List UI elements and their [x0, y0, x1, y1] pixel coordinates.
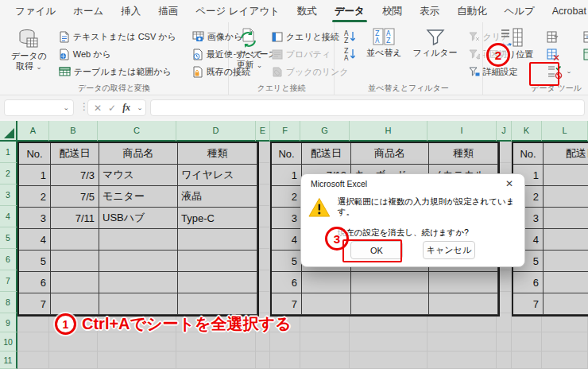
cell[interactable] [178, 229, 257, 251]
cell[interactable]: 2 [19, 186, 51, 208]
column-header-D[interactable]: D [176, 121, 256, 142]
tab-Acrobat[interactable]: Acrobat [544, 0, 588, 22]
sort-button[interactable]: ZA AZ 並べ替え [363, 26, 405, 81]
cell[interactable]: 4 [19, 229, 51, 251]
cell[interactable] [429, 272, 498, 293]
column-header-L[interactable]: L [542, 121, 588, 142]
remove-duplicates-button[interactable] [544, 45, 574, 63]
column-header-B[interactable]: B [49, 121, 98, 142]
column-header-F[interactable]: F [270, 121, 300, 142]
from-table-range-button[interactable]: テーブルまたは範囲から [56, 63, 179, 80]
row-header-2[interactable]: 2 [0, 163, 17, 184]
what-if-analysis-button[interactable] [581, 45, 588, 63]
cell[interactable]: 6 [272, 272, 302, 293]
row-header-10[interactable]: 10 [0, 332, 17, 352]
cell[interactable]: 7/11 [51, 208, 99, 229]
cell[interactable]: 7/31 [544, 208, 588, 229]
cell[interactable]: マウス [99, 165, 178, 186]
close-icon[interactable]: ✕ [502, 178, 516, 189]
cell[interactable] [51, 272, 99, 293]
cell[interactable] [178, 272, 257, 293]
from-web-button[interactable]: Web から [56, 45, 179, 63]
tab-データ[interactable]: データ [326, 0, 373, 22]
flash-fill-button[interactable] [544, 28, 574, 45]
column-header-G[interactable]: G [300, 121, 350, 142]
cancel-entry-icon[interactable]: ✕ [94, 103, 102, 114]
cell[interactable]: 6 [19, 272, 51, 293]
cell[interactable]: モニター [99, 186, 178, 208]
row-header-5[interactable]: 5 [0, 227, 17, 249]
cell[interactable]: 2 [272, 186, 302, 208]
table-header-cell[interactable]: 配送日 [302, 143, 351, 165]
refresh-all-button[interactable]: すべて 更新 ⌄ [233, 26, 266, 81]
column-header-K[interactable]: K [512, 121, 542, 142]
formula-input[interactable] [150, 99, 585, 116]
consolidate-button[interactable] [581, 28, 588, 45]
sort-descending-button[interactable]: ZA [341, 45, 360, 63]
cell[interactable]: Type-C [178, 208, 257, 229]
cell[interactable]: 7/3 [51, 165, 99, 186]
column-header-J[interactable]: J [497, 121, 512, 142]
get-data-button[interactable]: データの 取得 ⌄ [8, 26, 50, 81]
table-header-cell[interactable]: 配送日 [51, 143, 99, 165]
cell[interactable] [178, 293, 257, 315]
tab-ヘルプ[interactable]: ヘルプ [495, 0, 543, 22]
cell[interactable] [51, 229, 99, 251]
tab-ファイル[interactable]: ファイル [6, 0, 64, 22]
column-header-A[interactable]: A [17, 121, 49, 142]
cell[interactable]: 7/5 [51, 186, 99, 208]
cell[interactable]: 6 [513, 272, 544, 293]
cell[interactable]: 液晶 [178, 186, 257, 208]
name-box[interactable]: ⌄ [4, 99, 74, 116]
cell[interactable]: 3 [272, 208, 302, 229]
table-header-cell[interactable]: No. [513, 143, 544, 165]
cell[interactable] [302, 272, 351, 293]
cell[interactable]: 7 [513, 293, 544, 315]
cell[interactable]: USBハブ [99, 208, 178, 229]
table-header-cell[interactable]: No. [19, 143, 51, 165]
row-header-7[interactable]: 7 [0, 270, 17, 292]
cell[interactable]: 7 [272, 293, 302, 315]
select-all-corner[interactable] [0, 121, 17, 142]
cell[interactable] [544, 251, 588, 272]
table-header-cell[interactable]: 種類 [429, 143, 498, 165]
cell[interactable] [351, 272, 429, 293]
cell[interactable] [99, 272, 178, 293]
row-header-11[interactable]: 11 [0, 352, 17, 369]
tab-表示[interactable]: 表示 [411, 0, 448, 22]
cell[interactable] [429, 293, 498, 315]
tab-校閲[interactable]: 校閲 [373, 0, 411, 22]
cell[interactable] [302, 293, 351, 315]
sort-ascending-button[interactable]: AZ [341, 28, 360, 45]
cell[interactable] [51, 293, 99, 315]
from-text-csv-button[interactable]: テキストまたは CSV から [56, 28, 179, 45]
cell[interactable] [51, 251, 99, 272]
cell[interactable]: 1 [19, 165, 51, 186]
insert-function-icon[interactable]: fx [122, 102, 130, 114]
cell[interactable]: 7/29 [544, 186, 588, 208]
cell[interactable] [544, 229, 588, 251]
row-header-6[interactable]: 6 [0, 249, 17, 270]
cell[interactable] [99, 229, 178, 251]
table-header-cell[interactable]: No. [272, 143, 302, 165]
filter-button[interactable]: フィルター [410, 26, 461, 81]
cell[interactable]: 4 [272, 229, 302, 251]
table-header-cell[interactable]: 種類 [178, 143, 257, 165]
ok-button[interactable]: OK [350, 241, 403, 259]
row-header-8[interactable]: 8 [0, 292, 17, 313]
table-header-cell[interactable]: 商品名 [351, 143, 429, 165]
table-header-cell[interactable]: 商品名 [99, 143, 178, 165]
tab-挿入[interactable]: 挿入 [112, 0, 149, 22]
tab-数式[interactable]: 数式 [288, 0, 326, 22]
tab-ホーム[interactable]: ホーム [64, 0, 112, 22]
row-header-3[interactable]: 3 [0, 184, 17, 206]
cell[interactable]: 3 [19, 208, 51, 229]
tab-自動化[interactable]: 自動化 [448, 0, 496, 22]
row-header-4[interactable]: 4 [0, 206, 17, 227]
cell[interactable]: 5 [19, 251, 51, 272]
column-header-H[interactable]: H [350, 121, 427, 142]
cell[interactable]: 5 [272, 251, 302, 272]
tab-ページ レイアウト[interactable]: ページ レイアウト [187, 0, 288, 22]
table-header-cell[interactable]: 配送日 [544, 143, 588, 165]
cell[interactable] [99, 251, 178, 272]
